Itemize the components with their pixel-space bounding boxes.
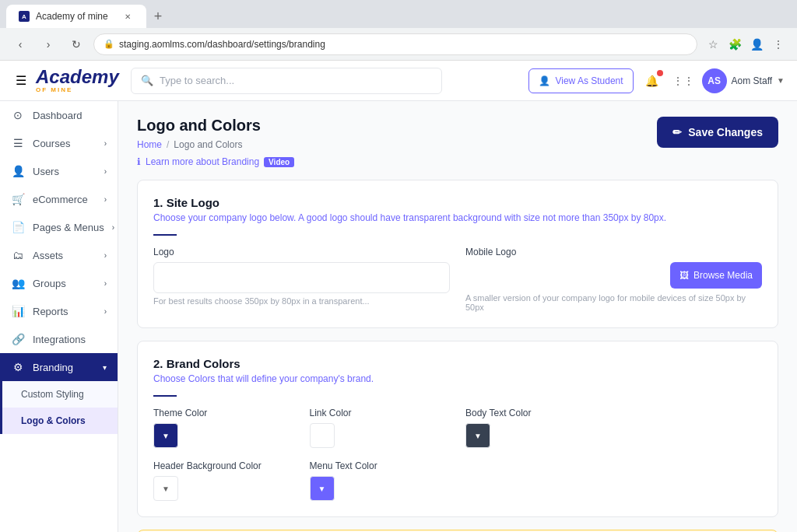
person-icon: 👤: [539, 75, 550, 86]
page-title: Logo and Colors: [137, 117, 294, 135]
learn-more-link[interactable]: ℹ Learn more about Branding Video: [137, 156, 294, 167]
breadcrumb: Home / Logo and Colors: [137, 139, 294, 150]
courses-icon: ☰: [11, 137, 25, 149]
sidebar-label-pages: Pages & Menus: [33, 222, 104, 233]
tab-label: Academy of mine: [36, 11, 108, 22]
bell-icon: 🔔: [645, 75, 658, 87]
logo-label: Logo: [153, 247, 450, 257]
dashboard-icon: ⊙: [11, 109, 25, 121]
app-header: ☰ Academy OF MINE 🔍 👤 View As Stud: [0, 61, 797, 101]
sidebar-item-integrations[interactable]: 🔗 Integrations: [0, 325, 118, 353]
header-bg-label: Header Background Color: [153, 460, 294, 471]
link-color-label: Link Color: [310, 408, 451, 418]
app-container: ☰ Academy OF MINE 🔍 👤 View As Stud: [0, 61, 797, 532]
mobile-logo-hint: A smaller version of your company logo f…: [465, 293, 762, 312]
sidebar-item-logo-colors[interactable]: Logo & Colors: [2, 408, 118, 434]
logo-sub: OF MINE: [36, 86, 119, 93]
address-bar[interactable]: 🔒 staging.aomlms.com/dashboard/settings/…: [93, 33, 697, 55]
sidebar-item-users[interactable]: 👤 Users ›: [0, 157, 118, 185]
new-tab-button[interactable]: +: [146, 5, 170, 28]
sidebar-label-ecommerce: eCommerce: [33, 194, 88, 205]
extensions-icon[interactable]: 🧩: [725, 35, 744, 54]
view-as-student-button[interactable]: 👤 View As Student: [528, 68, 633, 93]
save-changes-button[interactable]: ✏ Save Changes: [657, 117, 778, 148]
logo-hint: For best results choose 350px by 80px in…: [153, 296, 450, 306]
profile-icon[interactable]: 👤: [747, 35, 766, 54]
body-text-arrow: ▼: [474, 432, 482, 440]
sidebar-item-assets[interactable]: 🗂 Assets ›: [0, 241, 118, 269]
tab-favicon: A: [19, 11, 30, 22]
site-logo-section: 1. Site Logo Choose your company logo be…: [137, 180, 778, 328]
site-logo-desc: Choose your company logo below. A good l…: [153, 212, 762, 223]
theme-color-swatch[interactable]: ▼: [153, 423, 178, 448]
body-text-color-swatch[interactable]: ▼: [465, 423, 490, 448]
browse-media-button[interactable]: 🖼 Browse Media: [670, 262, 762, 289]
breadcrumb-current: Logo and Colors: [174, 139, 242, 150]
logo-text: Academy: [36, 68, 119, 86]
search-input[interactable]: [160, 75, 432, 86]
menu-text-arrow: ▼: [318, 485, 326, 493]
breadcrumb-home[interactable]: Home: [137, 139, 162, 150]
learn-more-label: Learn more about Branding: [146, 156, 259, 167]
sidebar-item-reports[interactable]: 📊 Reports ›: [0, 297, 118, 325]
link-color-swatch[interactable]: [310, 423, 335, 448]
page-header: Logo and Colors Home / Logo and Colors ℹ…: [137, 117, 778, 167]
chevron-reports-icon: ›: [104, 307, 107, 316]
url-text: staging.aomlms.com/dashboard/settings/br…: [119, 39, 325, 50]
logo-field: Logo For best results choose 350px by 80…: [153, 247, 450, 312]
main-content: Logo and Colors Home / Logo and Colors ℹ…: [118, 101, 797, 532]
sidebar-item-branding[interactable]: ⚙ Branding ▾: [0, 353, 118, 381]
logo-grid: Logo For best results choose 350px by 80…: [153, 247, 762, 312]
assets-icon: 🗂: [11, 249, 25, 261]
search-icon: 🔍: [141, 75, 153, 86]
search-box[interactable]: 🔍: [131, 68, 442, 94]
sidebar-item-ecommerce[interactable]: 🛒 eCommerce ›: [0, 185, 118, 213]
logo-area: ☰ Academy OF MINE: [12, 68, 121, 93]
notifications-button[interactable]: 🔔: [640, 68, 665, 93]
browser-tab[interactable]: A Academy of mine ✕: [6, 5, 146, 28]
header-bg-swatch[interactable]: ▼: [153, 476, 178, 501]
chevron-courses-icon: ›: [104, 139, 107, 148]
more-icon[interactable]: ⋮: [769, 35, 788, 54]
theme-color-arrow: ▼: [162, 432, 170, 440]
header-bg-field: Header Background Color ▼: [153, 460, 294, 501]
back-button[interactable]: ‹: [9, 33, 31, 55]
menu-text-color-label: Menu Text Color: [310, 460, 451, 471]
reports-icon: 📊: [11, 305, 25, 317]
hamburger-icon[interactable]: ☰: [12, 70, 30, 91]
logo-colors-label: Logo & Colors: [21, 415, 86, 426]
bookmark-icon[interactable]: ☆: [704, 35, 722, 54]
brand-colors-desc: Choose Colors that will define your comp…: [153, 373, 762, 384]
sidebar-item-pages-menus[interactable]: 📄 Pages & Menus ›: [0, 213, 118, 241]
tab-close-icon[interactable]: ✕: [121, 10, 134, 23]
refresh-button[interactable]: ↻: [65, 33, 87, 55]
menu-text-color-swatch[interactable]: ▼: [310, 476, 335, 501]
mobile-logo-field: Mobile Logo 🖼 Browse Media A smaller ver…: [465, 247, 762, 312]
logo-upload-area[interactable]: [153, 262, 450, 293]
sidebar-label-dashboard: Dashboard: [33, 110, 83, 121]
brand-colors-section: 2. Brand Colors Choose Colors that will …: [137, 341, 778, 517]
forward-button[interactable]: ›: [37, 33, 59, 55]
user-profile-button[interactable]: AS Aom Staff ▼: [702, 68, 785, 93]
sidebar-label-assets: Assets: [33, 250, 63, 261]
body-text-color-label: Body Text Color: [465, 408, 606, 418]
site-logo-title: 1. Site Logo: [153, 196, 762, 209]
mobile-logo-label: Mobile Logo: [465, 247, 762, 257]
browser-toolbar: ‹ › ↻ 🔒 staging.aomlms.com/dashboard/set…: [0, 28, 797, 61]
notification-badge: [657, 70, 663, 76]
body-text-color-field: Body Text Color ▼: [465, 408, 606, 448]
branding-submenu: Custom Styling Logo & Colors: [0, 381, 118, 434]
grid-icon-button[interactable]: ⋮⋮: [671, 68, 696, 93]
sidebar-item-dashboard[interactable]: ⊙ Dashboard: [0, 101, 118, 129]
avatar: AS: [702, 68, 727, 93]
user-name: Aom Staff: [732, 75, 772, 86]
branding-icon: ⚙: [11, 361, 25, 373]
sidebar-item-groups[interactable]: 👥 Groups ›: [0, 269, 118, 297]
sidebar-label-groups: Groups: [33, 278, 66, 289]
chevron-branding-icon: ▾: [103, 363, 107, 372]
sidebar-label-users: Users: [33, 166, 59, 177]
sidebar-item-courses[interactable]: ☰ Courses ›: [0, 129, 118, 157]
sidebar-item-custom-styling[interactable]: Custom Styling: [2, 381, 118, 408]
theme-color-label: Theme Color: [153, 408, 294, 418]
section-divider: [153, 234, 177, 236]
